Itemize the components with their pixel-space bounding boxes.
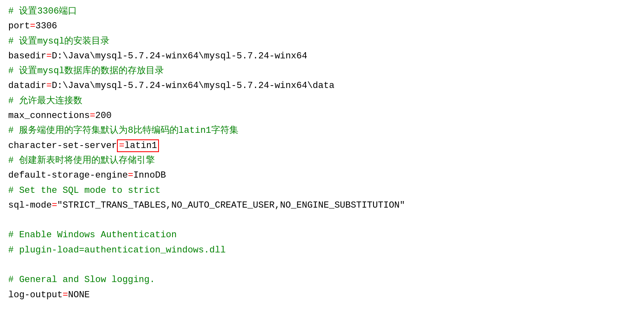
config-value: 200 [95,111,112,121]
comment-text: # plugin-load=authentication_windows.dll [8,245,226,255]
config-value: D:\Java\mysql-5.7.24-winx64\mysql-5.7.24… [52,81,335,91]
comment-text: # 创建新表时将使用的默认存储引擎 [8,155,155,166]
code-line: # 服务端使用的字符集默认为8比特编码的latin1字符集 [8,123,636,138]
code-line: # 创建新表时将使用的默认存储引擎 [8,153,636,168]
config-value: InnoDB [133,170,166,180]
code-line: # plugin-load=authentication_windows.dll [8,243,636,258]
highlight-box: =latin1 [117,139,159,152]
comment-text: # 设置mysql数据库的数据的存放目录 [8,66,164,76]
comment-text: # 服务端使用的字符集默认为8比特编码的latin1字符集 [8,125,238,136]
config-key: basedir [8,51,46,61]
config-key: datadir [8,81,46,91]
code-line: port=3306 [8,19,636,34]
empty-line [8,258,636,273]
comment-text: # 设置3306端口 [8,6,77,16]
code-line: # 设置mysql的安装目录 [8,34,636,49]
comment-text: # 允许最大连接数 [8,96,82,106]
comment-text: # Enable Windows Authentication [8,230,177,240]
config-value: NONE [68,290,90,300]
config-key: port [8,21,30,31]
config-value: D:\Java\mysql-5.7.24-winx64\mysql-5.7.24… [52,51,308,61]
config-value: "STRICT_TRANS_TABLES,NO_AUTO_CREATE_USER… [57,200,405,211]
code-line: # Enable Windows Authentication [8,228,636,243]
code-line: # 允许最大连接数 [8,94,636,109]
config-equals: = [46,81,51,91]
config-value: latin1 [124,141,157,151]
config-equals: = [119,141,124,151]
config-equals: = [30,21,35,31]
code-line: max_connections=200 [8,109,636,123]
code-line: sql-mode="STRICT_TRANS_TABLES,NO_AUTO_CR… [8,198,636,213]
comment-text: # 设置mysql的安装目录 [8,36,110,46]
config-value: 3306 [35,21,57,31]
code-line: # 设置mysql数据库的数据的存放目录 [8,64,636,79]
empty-line [8,213,636,228]
config-key: max_connections [8,111,90,121]
config-equals: = [90,111,95,121]
code-line: default-storage-engine=InnoDB [8,168,636,183]
config-equals: = [128,170,133,180]
code-line: character-set-server=latin1 [8,139,636,153]
code-line: # 设置3306端口 [8,4,636,19]
comment-text: # Set the SQL mode to strict [8,185,161,196]
code-line: # General and Slow logging. [8,273,636,287]
config-equals: = [46,51,51,61]
config-key: character-set-server [8,141,117,151]
code-line: log-output=NONE [8,288,636,303]
config-key: log-output [8,290,63,300]
config-key: default-storage-engine [8,170,128,180]
code-line: # Set the SQL mode to strict [8,183,636,198]
code-line: basedir=D:\Java\mysql-5.7.24-winx64\mysq… [8,49,636,64]
config-key: sql-mode [8,200,52,211]
config-equals: = [63,290,68,300]
code-line: datadir=D:\Java\mysql-5.7.24-winx64\mysq… [8,79,636,93]
code-content: # 设置3306端口port=3306# 设置mysql的安装目录basedir… [8,4,636,303]
comment-text: # General and Slow logging. [8,275,155,285]
config-equals: = [52,200,57,211]
